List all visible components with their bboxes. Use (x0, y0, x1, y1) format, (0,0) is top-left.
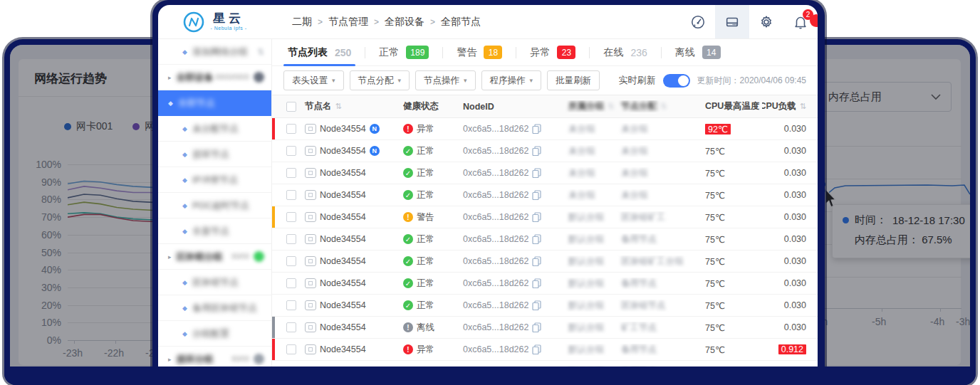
row-checkbox[interactable] (286, 278, 296, 288)
copy-icon[interactable] (532, 278, 541, 288)
button-label: 节点分配 (358, 75, 394, 87)
table-row[interactable]: Node34554✓正常0xc6a5...18d262默认分组备用节点75℃0.… (272, 273, 818, 295)
sidebar-item[interactable]: ◆全新节点 (158, 218, 271, 244)
table-row[interactable]: Node34554N!异常0xc6a5...18d262未分组未分组92℃0.0… (272, 118, 818, 140)
sidebar-item[interactable]: ◆IP冲突节点 (158, 167, 271, 193)
miner-icon (305, 278, 316, 288)
column-header[interactable]: CPU负载⇅ (762, 100, 818, 112)
sidebar-meta-text: 0000/0000 (216, 73, 249, 81)
nodeid-cell: 0xc6a5...18d262 (459, 168, 564, 178)
sidebar-item[interactable]: ◆备用区块链节点 (158, 295, 271, 321)
row-checkbox-cell (272, 300, 301, 310)
程序操作-button[interactable]: 程序操作▾ (481, 70, 542, 90)
tab-正常[interactable]: 正常189 (375, 39, 433, 66)
cpu-load-cell: 0.030 (762, 278, 818, 288)
table-row[interactable]: Node34554N✓正常0xc6a5...18d262未分组未分组75℃0.0… (272, 140, 818, 162)
sidebar-item[interactable]: ◆分组配置 (158, 321, 271, 347)
realtime-refresh-toggle[interactable] (663, 74, 690, 88)
sidebar-meta-text: 00/00 (231, 253, 249, 260)
copy-icon[interactable] (532, 322, 541, 332)
sidebar-item[interactable]: ▸区块链分组00/00 (158, 244, 271, 270)
node-name-cell: Node34554 (301, 190, 399, 200)
copy-icon[interactable] (532, 344, 541, 354)
sidebar-item-active[interactable]: ◆全部节点 (158, 90, 271, 116)
status-离线-icon: ! (403, 322, 413, 332)
sidebar-item[interactable]: ◆损坏节点 (158, 142, 271, 167)
row-checkbox[interactable] (286, 344, 296, 354)
sidebar-item[interactable]: ◆POC超时节点 (158, 193, 271, 218)
column-header[interactable]: 节点名⇅ (301, 100, 399, 112)
批量刷新-button[interactable]: 批量刷新 (547, 70, 600, 90)
table-row[interactable]: Node34554✓正常0xc6a5...18d262默认分组备用节点75℃0.… (272, 361, 818, 366)
sidebar-item[interactable]: ◆未分配节点 (158, 116, 271, 142)
gauge-icon[interactable] (681, 5, 715, 38)
column-header[interactable]: 节点分配⇅ (617, 100, 697, 112)
copy-icon[interactable] (532, 124, 541, 134)
breadcrumb-item[interactable]: 二期 (292, 16, 312, 28)
avatar[interactable] (810, 14, 818, 27)
sort-icon[interactable]: ⇅ (800, 102, 806, 111)
toolbar-buttons: 表头设置▾节点分配▾节点操作▾程序操作▾批量刷新 (283, 70, 600, 90)
节点操作-button[interactable]: 节点操作▾ (415, 70, 476, 90)
tab-在线[interactable]: 在线236 (599, 39, 651, 66)
row-checkbox[interactable] (286, 190, 296, 200)
sort-icon[interactable]: ⇅ (660, 102, 667, 111)
tab-警告[interactable]: 警告18 (452, 39, 506, 66)
blurred-text: 默认分组 (568, 344, 604, 356)
tab-异常[interactable]: 异常23 (526, 39, 580, 66)
gear-icon[interactable] (749, 5, 783, 38)
column-header[interactable]: CPU最高温度⇅ (697, 100, 762, 112)
brand-logo[interactable]: 星云 - Nebula ipfs - (158, 5, 272, 38)
row-checkbox[interactable] (286, 168, 296, 178)
copy-icon[interactable] (532, 300, 541, 310)
diamond-icon: ◆ (182, 176, 187, 184)
cpu-temp-value: 75℃ (705, 168, 725, 179)
copy-icon[interactable] (532, 168, 541, 178)
tab-节点列表[interactable]: 节点列表250 (283, 39, 355, 66)
sidebar-item[interactable]: ◆区块链节点 (158, 270, 271, 295)
row-checkbox[interactable] (286, 300, 296, 310)
nodeid-text: 0xc6a5...18d262 (463, 322, 528, 332)
tab-count-badge: 14 (702, 46, 721, 59)
select-all-checkbox[interactable] (286, 102, 296, 112)
row-checkbox[interactable] (286, 124, 296, 134)
blurred-cell-a: 默认分组 (564, 322, 617, 334)
copy-icon[interactable] (532, 212, 541, 222)
sidebar-item-label: 未分配节点 (192, 122, 239, 135)
sort-icon[interactable]: ⇅ (335, 102, 342, 111)
row-checkbox[interactable] (286, 146, 296, 156)
节点分配-button[interactable]: 节点分配▾ (350, 70, 410, 90)
sidebar-item[interactable]: ◆添加网络分组⇅ (158, 39, 271, 65)
table-row[interactable]: Node34554✓正常0xc6a5...18d262默认分组备用节点75℃0.… (272, 228, 818, 250)
sort-icon[interactable]: ⇅ (608, 102, 614, 111)
copy-icon[interactable] (532, 234, 541, 244)
server-icon[interactable] (715, 5, 749, 38)
copy-icon[interactable] (532, 190, 541, 200)
table-row[interactable]: Node34554✓正常0xc6a5...18d262未分组未分组75℃0.03… (272, 162, 818, 184)
blurred-cell-a: 未分组 (564, 167, 617, 179)
row-checkbox[interactable] (286, 234, 296, 244)
sidebar-item[interactable]: ▸全部设备0000/0000 (158, 65, 271, 90)
breadcrumb-item[interactable]: 全部设备 (385, 16, 424, 28)
table-row[interactable]: Node34554✓正常0xc6a5...18d262未分组未分组75℃0.03… (272, 184, 818, 206)
表头设置-button[interactable]: 表头设置▾ (283, 70, 344, 90)
copy-icon[interactable] (532, 146, 541, 156)
table-row[interactable]: Node34554✓正常0xc6a5...18d262默认分组区块链矿工分组75… (272, 250, 818, 273)
select-all-checkbox-cell[interactable] (272, 102, 301, 112)
table-row[interactable]: Node34554!离线0xc6a5...18d262默认分组矿工节点75℃0.… (272, 317, 818, 339)
breadcrumb-item[interactable]: 节点管理 (328, 16, 368, 28)
blurred-cell-a: 默认分组 (564, 233, 617, 246)
row-checkbox[interactable] (286, 322, 296, 332)
breadcrumb-item[interactable]: 全部节点 (441, 16, 481, 28)
tab-离线[interactable]: 离线14 (671, 39, 725, 66)
row-checkbox[interactable] (286, 212, 296, 222)
table-row[interactable]: Node34554!异常0xc6a5...18d262默认分组备用节点75℃0.… (272, 339, 818, 361)
blurred-cell-b: 区块链矿工分组 (617, 255, 697, 268)
sidebar-item-label: 全部设备 (177, 71, 214, 84)
table-row[interactable]: Node34554!警告0xc6a5...18d262默认分组区块链矿工75℃0… (272, 206, 818, 228)
column-header[interactable]: 所属分组⇅ (564, 100, 617, 112)
table-row[interactable]: Node34554✓正常0xc6a5...18d262默认分组区块链节点75℃0… (272, 295, 818, 317)
copy-icon[interactable] (532, 256, 541, 266)
row-checkbox[interactable] (286, 256, 296, 266)
sidebar-item[interactable]: ▸损坏分组00/00 (158, 347, 271, 366)
